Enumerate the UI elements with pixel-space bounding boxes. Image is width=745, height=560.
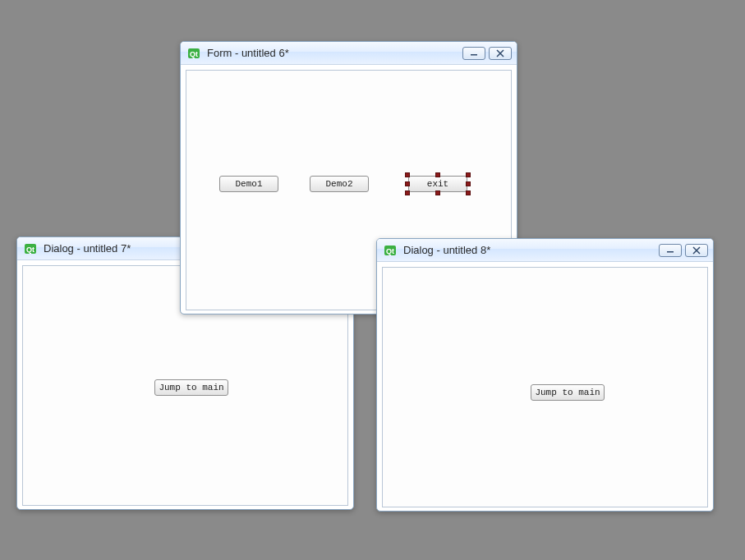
jump-to-main-button[interactable]: Jump to main <box>531 384 605 401</box>
qt-icon: Qt <box>384 244 397 257</box>
button-label: Demo1 <box>235 179 262 189</box>
title-dialog8: Dialog - untitled 8* <box>403 244 659 256</box>
design-canvas-dialog8[interactable]: Jump to main <box>382 267 708 507</box>
jump-to-main-button[interactable]: Jump to main <box>154 379 228 396</box>
window-controls-form <box>462 47 512 60</box>
demo1-button[interactable]: Demo1 <box>219 176 278 192</box>
svg-rect-5 <box>471 54 477 56</box>
close-button[interactable] <box>685 244 708 257</box>
demo2-button[interactable]: Demo2 <box>310 176 369 192</box>
minimize-button[interactable] <box>659 244 682 257</box>
qt-icon: Qt <box>187 47 200 60</box>
qt-icon: Qt <box>24 242 37 255</box>
svg-text:Qt: Qt <box>386 247 394 255</box>
window-dialog8[interactable]: Qt Dialog - untitled 8* Jump to main <box>376 238 714 512</box>
close-button[interactable] <box>489 47 512 60</box>
titlebar-form[interactable]: Qt Form - untitled 6* <box>181 42 517 65</box>
svg-text:Qt: Qt <box>26 246 34 254</box>
svg-text:Qt: Qt <box>190 50 198 58</box>
button-label: Jump to main <box>535 388 600 397</box>
window-controls-dialog8 <box>659 244 708 257</box>
button-label: Jump to main <box>159 383 223 392</box>
button-label: Demo2 <box>325 179 352 189</box>
title-form: Form - untitled 6* <box>207 47 462 59</box>
button-label: exit <box>427 179 448 189</box>
titlebar-dialog8[interactable]: Qt Dialog - untitled 8* <box>377 239 713 262</box>
svg-rect-8 <box>667 251 674 253</box>
exit-button[interactable]: exit <box>408 176 467 192</box>
minimize-button[interactable] <box>462 47 485 60</box>
